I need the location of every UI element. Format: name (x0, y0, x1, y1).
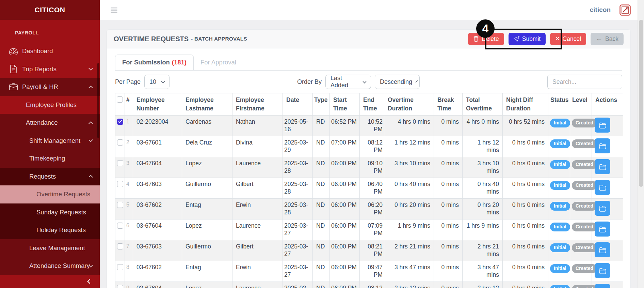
row-checkbox[interactable] (117, 160, 123, 166)
view-request-button[interactable] (595, 159, 610, 174)
cell-night_diff_duration: 0 hrs 0 mins (503, 199, 548, 219)
sidebar: CITICON PAYROLL DashboardTrip ReportsPay… (0, 0, 100, 288)
sidebar-item-shift-management[interactable]: Shift Management (0, 132, 100, 150)
cancel-button[interactable]: × Cancel (550, 33, 586, 45)
view-request-button[interactable] (595, 180, 610, 195)
cell-break_time: 0 mins (434, 178, 463, 199)
table-controls: Per Page 10 Order By Last Added Descendi… (115, 75, 622, 89)
cell-total_overtime: 1 hrs 9 mins (463, 219, 503, 240)
row-checkbox[interactable] (117, 139, 123, 146)
cell-date: 2025-03-27 (283, 219, 313, 240)
cell-firstname: Laurence (232, 282, 283, 288)
order-field-select[interactable]: Last Added (325, 75, 371, 89)
row-checkbox[interactable] (117, 285, 123, 288)
level-badge: Created (572, 285, 597, 288)
column-header-start_time: Start Time (330, 93, 360, 116)
citicon-logo-icon (619, 4, 631, 16)
row-checkbox[interactable] (117, 264, 123, 270)
view-request-button[interactable] (595, 242, 610, 257)
chevron-down-icon (88, 138, 93, 142)
row-checkbox[interactable] (117, 181, 123, 187)
table-row: 303-67604LopezLaurence2025-03-28ND06:00 … (115, 157, 623, 178)
folder-open-icon (599, 184, 606, 191)
page-subtitle: - BATCH APPROVALS (191, 36, 247, 42)
order-direction-select[interactable]: Descending (375, 75, 420, 89)
column-header-select (115, 93, 125, 116)
view-request-button[interactable] (595, 222, 610, 237)
sidebar-item-payroll-hr[interactable]: Payroll & HR (0, 78, 100, 96)
chevron-down-icon (416, 80, 418, 82)
hamburger-menu-icon[interactable] (111, 7, 117, 13)
cell-end_time: 08:12 PM (360, 136, 384, 157)
sidebar-collapse-button[interactable] (88, 278, 92, 285)
cell-night_diff_duration: 0 hrs 0 mins (503, 240, 548, 261)
cell-employee_number: 03-67604 (133, 157, 182, 178)
select-all-checkbox[interactable] (117, 96, 123, 103)
view-request-button[interactable] (595, 118, 610, 133)
cell-break_time: 0 mins (434, 199, 463, 219)
sidebar-item-label: Payroll & HR (22, 83, 58, 91)
view-request-button[interactable] (595, 263, 610, 278)
column-header-end_time: End Time (360, 93, 384, 116)
sidebar-item-dashboard[interactable]: Dashboard (0, 42, 100, 60)
submit-button[interactable]: Submit (509, 33, 546, 45)
cell-type: ND (313, 199, 330, 219)
row-checkbox[interactable] (117, 119, 123, 125)
table-row: 603-67604LopezLaurence2025-03-27ND06:00 … (115, 219, 623, 240)
view-request-button[interactable] (595, 138, 610, 153)
card-body: For Submission (181) For Approval Per Pa… (107, 55, 630, 288)
sidebar-item-trip-reports[interactable]: Trip Reports (0, 60, 100, 78)
row-checkbox[interactable] (117, 223, 123, 229)
file-text-icon (9, 65, 18, 73)
sidebar-item-attendance-summary[interactable]: Attendance Summary (0, 257, 100, 275)
cell-end_time: 09:10 PM (360, 157, 384, 178)
sidebar-item-overtime-requests[interactable]: Overtime Requests (0, 185, 100, 203)
row-checkbox[interactable] (117, 202, 123, 208)
per-page-select[interactable]: 10 (144, 75, 170, 89)
cell-type: ND (313, 240, 330, 261)
topbar: citicon (100, 0, 638, 20)
cell-end_time: 10:52 PM (360, 116, 384, 136)
search-input[interactable] (547, 75, 622, 89)
cell-row-number: 9 (125, 282, 133, 288)
sidebar-item-holiday-requests[interactable]: Holiday Requests (0, 221, 100, 239)
submit-button-label: Submit (522, 35, 541, 43)
sidebar-item-leave-management[interactable]: Leave Management (0, 239, 100, 257)
tab-for-submission[interactable]: For Submission (181) (115, 55, 194, 70)
tab-for-approval[interactable]: For Approval (194, 55, 243, 70)
sidebar-item-timekeeping[interactable]: Timekeeping (0, 150, 100, 168)
cell-firstname: Gilbert (232, 178, 283, 199)
status-badge: Initial (550, 139, 570, 148)
page-scrollbar-thumb[interactable] (639, 20, 643, 187)
sidebar-item-requests[interactable]: Requests (0, 168, 100, 186)
cell-start_time: 06:00 PM (330, 219, 360, 240)
sidebar-scrollbar-thumb[interactable] (97, 63, 99, 138)
view-request-button[interactable] (595, 284, 610, 288)
cell-overtime_duration: 2 hrs 21 mins (384, 240, 434, 261)
cell-overtime_duration: 3 hrs 10 mins (384, 157, 434, 178)
cell-break_time: 0 mins (434, 157, 463, 178)
cell-date: 2025-03-28 (283, 178, 313, 199)
folder-open-icon (599, 122, 606, 129)
sidebar-item-sunday-requests[interactable]: Sunday Requests (0, 203, 100, 222)
view-request-button[interactable] (595, 201, 610, 216)
chevron-up-icon (88, 175, 93, 179)
cell-total_overtime: 0 hrs 40 mins (463, 178, 503, 199)
column-header-status: Status (548, 93, 570, 116)
sidebar-item-employee-profiles[interactable]: Employee Profiles (0, 96, 100, 114)
sidebar-item-attendance[interactable]: Attendance (0, 114, 100, 132)
cell-employee_number: 03-67604 (133, 282, 182, 288)
cell-type: ND (313, 282, 330, 288)
back-button[interactable]: ← Back (591, 33, 624, 45)
column-header-date: Date (283, 93, 313, 116)
table-header-row: #Employee NumberEmployee LastnameEmploye… (115, 93, 623, 116)
sidebar-item-label: Requests (29, 173, 56, 180)
order-by-label: Order By (297, 78, 322, 86)
cell-type: ND (313, 219, 330, 240)
sidebar-brand: CITICON (0, 0, 100, 20)
cancel-button-label: Cancel (563, 35, 581, 43)
row-checkbox[interactable] (117, 243, 123, 249)
cell-overtime_duration: 4 hrs 0 mins (384, 116, 434, 136)
trash-icon (473, 36, 479, 42)
page-scrollbar[interactable] (638, 0, 644, 288)
